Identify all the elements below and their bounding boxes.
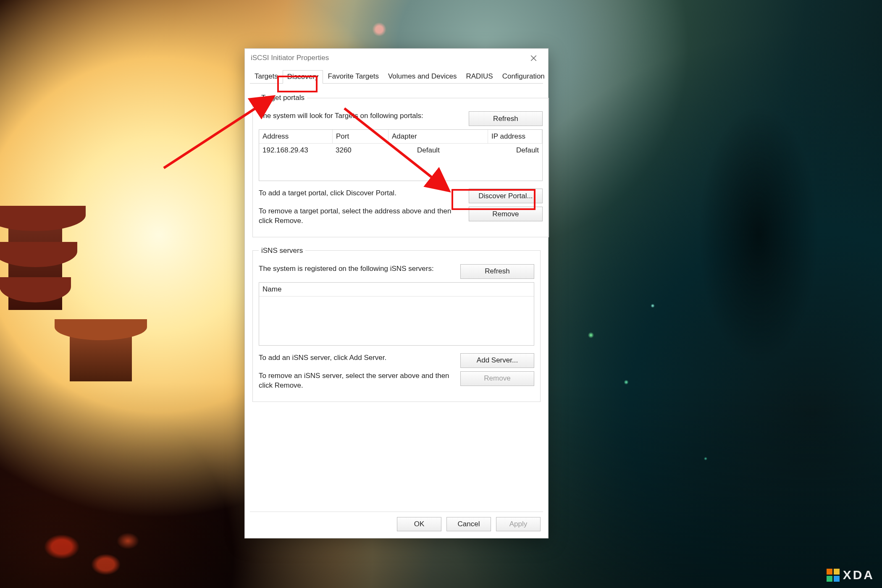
isns-servers-group: iSNS servers The system is registered on… — [252, 247, 541, 402]
window-title: iSCSI Initiator Properties — [251, 54, 522, 62]
close-button[interactable] — [522, 50, 545, 66]
portal-row[interactable]: 192.168.29.43 3260 Default Default — [259, 144, 542, 157]
ok-button[interactable]: OK — [397, 517, 441, 531]
portals-list-header: Address Port Adapter IP address — [259, 130, 542, 144]
target-portals-hint: The system will look for Targets on foll… — [259, 111, 463, 121]
cell-adapter: Default — [388, 144, 513, 157]
wallpaper-pavilion — [55, 319, 147, 386]
iscsi-properties-dialog: iSCSI Initiator Properties Targets Disco… — [244, 48, 549, 538]
dialog-separator — [250, 512, 543, 512]
isns-list[interactable]: Name — [259, 282, 534, 346]
cell-address: 192.168.29.43 — [259, 144, 332, 157]
cell-port: 3260 — [332, 144, 388, 157]
xda-text: XDA — [843, 568, 874, 582]
refresh-isns-button[interactable]: Refresh — [460, 264, 534, 279]
remove-portal-hint: To remove a target portal, select the ad… — [259, 207, 463, 226]
xda-logo-icon — [827, 569, 840, 582]
cell-ip: Default — [513, 144, 542, 157]
isns-hint: The system is registered on the followin… — [259, 264, 454, 274]
tab-content: Target portals The system will look for … — [245, 84, 548, 402]
discover-portal-button[interactable]: Discover Portal... — [469, 189, 543, 203]
add-isns-button[interactable]: Add Server... — [460, 353, 534, 368]
refresh-portals-button[interactable]: Refresh — [469, 111, 543, 126]
close-icon — [530, 55, 537, 61]
col-adapter[interactable]: Adapter — [388, 130, 488, 143]
col-ip[interactable]: IP address — [488, 130, 542, 143]
tab-volumes-devices[interactable]: Volumes and Devices — [383, 70, 461, 83]
cancel-button[interactable]: Cancel — [446, 517, 491, 531]
add-isns-hint: To add an iSNS server, click Add Server. — [259, 353, 454, 363]
dialog-button-row: OK Cancel Apply — [397, 517, 541, 531]
tab-favorite-targets[interactable]: Favorite Targets — [323, 70, 383, 83]
xda-watermark: XDA — [827, 568, 874, 582]
tab-radius[interactable]: RADIUS — [461, 70, 497, 83]
col-address[interactable]: Address — [259, 130, 333, 143]
target-portals-legend: Target portals — [259, 94, 307, 102]
col-port[interactable]: Port — [333, 130, 388, 143]
remove-isns-button[interactable]: Remove — [460, 371, 534, 386]
isns-legend: iSNS servers — [259, 247, 305, 255]
titlebar[interactable]: iSCSI Initiator Properties — [245, 49, 548, 67]
target-portals-group: Target portals The system will look for … — [252, 94, 549, 237]
tab-targets[interactable]: Targets — [250, 70, 283, 83]
portals-list[interactable]: Address Port Adapter IP address 192.168.… — [259, 129, 543, 181]
tab-configuration[interactable]: Configuration — [498, 70, 549, 83]
tab-discovery[interactable]: Discovery — [283, 70, 323, 84]
apply-button[interactable]: Apply — [496, 517, 541, 531]
tab-strip: Targets Discovery Favorite Targets Volum… — [250, 69, 543, 84]
isns-name-header[interactable]: Name — [259, 283, 534, 297]
remove-portal-button[interactable]: Remove — [469, 207, 543, 221]
discover-portal-hint: To add a target portal, click Discover P… — [259, 189, 463, 198]
remove-isns-hint: To remove an iSNS server, select the ser… — [259, 371, 454, 391]
wallpaper-pagoda — [0, 206, 86, 328]
